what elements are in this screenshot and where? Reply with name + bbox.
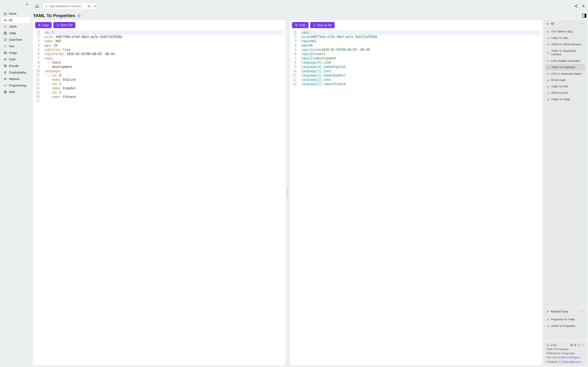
crown-icon (547, 59, 549, 62)
sidebar-label: YAML (9, 32, 17, 35)
sidebar-item-home[interactable]: Home (2, 11, 30, 17)
crown-icon (546, 22, 549, 25)
category-icon (4, 90, 7, 94)
related-tool-item[interactable]: JSON To Properties (545, 323, 586, 329)
tool-item[interactable]: YAML To PHP (545, 83, 586, 90)
search-input[interactable] (49, 4, 85, 8)
sidebar-collapse-button[interactable] (25, 3, 29, 6)
tool-item[interactable]: TOML To YAML (545, 96, 586, 103)
tool-item[interactable]: JSON to CSV (545, 90, 586, 96)
sidebar-item-encode[interactable]: Encode (2, 63, 30, 69)
tool-item[interactable]: Color Palette Generator (545, 58, 586, 64)
sidebar-item-image[interactable]: Image (2, 50, 30, 56)
chevron-down-icon (581, 310, 584, 313)
crown-icon (547, 51, 549, 54)
sidebar-nav: HomeAllJSONYAMLDate/TimeTextImageColorEn… (2, 11, 30, 95)
tool-label: TOML To YAML (551, 98, 570, 101)
sidebar: HomeAllJSONYAMLDate/TimeTextImageColorEn… (0, 0, 31, 367)
category-icon (4, 32, 7, 35)
sidebar-item-json[interactable]: JSON (2, 24, 30, 30)
tool-item[interactable]: YAML To Properties (545, 64, 586, 71)
svg-point-13 (577, 5, 577, 6)
info-panel: 1.0.0 YAML To Properties Published at: 6… (544, 342, 586, 365)
svg-rect-9 (4, 65, 7, 67)
category-icon (4, 25, 7, 28)
download-icon (313, 24, 316, 26)
category-icon (4, 12, 7, 15)
globe-icon[interactable] (574, 344, 577, 346)
sidebar-label: Cryptography (9, 71, 26, 74)
tool-item[interactable]: YAML To XML (545, 35, 586, 42)
sidebar-item-network[interactable]: Network (2, 76, 30, 82)
sidebar-item-yaml[interactable]: YAML (2, 30, 30, 36)
sidebar-label: Encode (9, 64, 18, 67)
sidebar-label: Home (9, 12, 17, 15)
sidebar-item-color[interactable]: Color (2, 56, 30, 62)
user-icon[interactable] (581, 4, 585, 8)
crown-icon (547, 72, 549, 75)
category-icon (4, 84, 7, 87)
select-file-button[interactable]: Select file (53, 22, 76, 28)
toggle-right-panel-icon[interactable] (582, 14, 586, 18)
output-editor-pane: Copy Save as file 12345678910111213 id=1… (290, 20, 542, 365)
tool-label: NTLM Hash (551, 78, 566, 82)
crown-icon (547, 37, 549, 39)
favorite-star-icon[interactable] (77, 14, 81, 17)
input-editor-pane: Copy Select file 12345678910111213141516… (33, 20, 285, 365)
sidebar-item-date-time[interactable]: Date/Time (2, 37, 30, 43)
tool-label: JSON To JSON Schema (551, 43, 581, 46)
category-icon (4, 51, 7, 54)
related-tool-item[interactable]: Properties To YAML (545, 316, 586, 323)
svg-point-8 (5, 59, 6, 60)
tool-item[interactable]: CSS to Javascript Object (545, 71, 586, 77)
sidebar-label: Color (9, 58, 16, 61)
svg-rect-0 (4, 32, 5, 33)
upload-icon (56, 24, 59, 26)
chevron-down-icon[interactable] (581, 344, 584, 346)
tool-label: YAML To TypeScript Interface (551, 49, 584, 56)
all-tools-header[interactable]: All (544, 20, 586, 27)
search-box[interactable]: ⌘+K (43, 3, 98, 9)
sidebar-item-all[interactable]: All (2, 17, 30, 23)
input-editor[interactable]: 1234567891011121314151617 id: 1uuid: 3d8… (33, 30, 285, 365)
tool-label: CSS to Javascript Object (551, 72, 582, 76)
svg-rect-24 (571, 345, 571, 346)
sidebar-item-web[interactable]: Web (2, 89, 30, 95)
share-icon[interactable] (574, 4, 578, 8)
related-tools-header[interactable]: Related Tools (544, 308, 586, 315)
comment-icon: 💬 (559, 360, 563, 363)
save-file-label: Save as file (317, 24, 332, 27)
sidebar-item-text[interactable]: Text (2, 43, 30, 49)
sidebar-label: JSON (9, 25, 17, 28)
svg-point-14 (575, 6, 576, 7)
svg-point-7 (4, 58, 7, 60)
check-circle-icon[interactable] (578, 344, 580, 346)
tool-label: JSON To Properties (551, 324, 575, 328)
grid-icon[interactable] (570, 344, 573, 346)
output-editor[interactable]: 12345678910111213 id=1uuid=3d877494-e7d4… (290, 30, 542, 365)
info-icon (546, 344, 549, 347)
tool-label: Color Palette Generator (551, 59, 580, 63)
page-title: YAML To Properties (33, 13, 75, 18)
all-tools-panel: All TSV Table to SQLYAML To XMLJSON To J… (544, 20, 586, 306)
copy-output-button[interactable]: Copy (292, 22, 309, 28)
tool-item[interactable]: JSON To JSON Schema (545, 41, 586, 48)
save-as-file-button[interactable]: Save as file (310, 22, 335, 28)
svg-point-12 (45, 5, 47, 7)
tool-item[interactable]: YAML To TypeScript Interface (545, 48, 586, 58)
sidebar-label: Network (9, 77, 19, 81)
sidebar-item-cryptography[interactable]: Cryptography (2, 69, 30, 75)
info-feedback: Feedback: 💬 https://github.com/… (546, 360, 584, 363)
home-button[interactable] (34, 3, 40, 9)
svg-point-16 (583, 5, 584, 6)
title-row: YAML To Properties (33, 12, 586, 18)
crown-icon (547, 85, 549, 88)
category-icon (4, 64, 7, 67)
tool-item[interactable]: TSV Table to SQL (545, 28, 586, 35)
copy-icon (38, 24, 41, 26)
crown-icon (547, 43, 549, 46)
sidebar-item-programming[interactable]: Programming (2, 82, 30, 89)
copy-input-button[interactable]: Copy (35, 22, 52, 28)
tool-item[interactable]: NTLM Hash (545, 77, 586, 83)
split-divider[interactable] (287, 20, 288, 365)
